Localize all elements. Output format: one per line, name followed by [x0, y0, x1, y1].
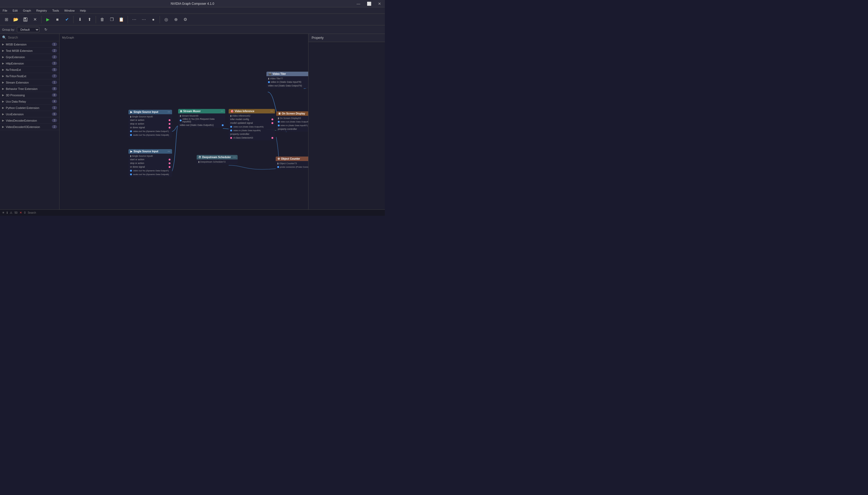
error-count: 0 [24, 211, 25, 214]
arrow-icon-5: ▶ [2, 74, 4, 78]
menu-graph[interactable]: Graph [20, 7, 34, 14]
minimize-button[interactable]: — [353, 0, 364, 7]
sidebar-label-1: Test MISB Extension [6, 49, 52, 52]
ds-menu[interactable]: ⋯ [233, 156, 236, 159]
sidebar-count-3: 3 [52, 62, 57, 65]
copy-button[interactable]: ❐ [108, 15, 116, 24]
arrow-icon-3: ▶ [2, 62, 4, 65]
osd-r2: video in (Static Data Input57) [276, 123, 308, 127]
single-source-input-node-2[interactable]: ▶ Single Source Input ⋯ ▮ Single Source … [128, 149, 172, 177]
sm-in1: video in %u (On Request Data Input50) [178, 117, 225, 123]
ssi2-menu[interactable]: ⋯ [167, 150, 170, 153]
ssi1-menu[interactable]: ⋯ [167, 110, 170, 114]
sidebar-item-13[interactable]: ▶ VideoDecoderIOExtension 2 [0, 124, 59, 130]
maximize-button[interactable]: ⬜ [364, 0, 374, 7]
sm-out1: video out (Static Data Output51) [178, 123, 225, 127]
osd-r3: property controller [276, 127, 308, 131]
sidebar-label-11: UcxExtension [6, 113, 52, 116]
sidebar-item-12[interactable]: ▶ VideoDecoderExtension 3 [0, 117, 59, 124]
ssi1-title: Single Source Input [134, 110, 158, 114]
sidebar-item-7[interactable]: ▶ Behavior Tree Extension 8 [0, 86, 59, 92]
sidebar-count-6: 1 [52, 81, 57, 84]
canvas-area[interactable]: MyGraph 🎬 Video Tiler [59, 34, 308, 209]
save-button[interactable] [21, 15, 30, 24]
sidebar-item-3[interactable]: ▶ HttpExtension 3 [0, 60, 59, 67]
menu-edit[interactable]: Edit [10, 7, 20, 14]
sidebar-item-6[interactable]: ▶ Stream Extension 1 [0, 79, 59, 86]
paste-button[interactable]: 📋 [117, 15, 126, 24]
validate-button[interactable]: ✔ [63, 15, 71, 24]
play-button[interactable]: ▶ [43, 15, 52, 24]
arrow-icon-8: ▶ [2, 93, 4, 97]
sidebar-item-5[interactable]: ▶ NvTritonTestExt 7 [0, 73, 59, 79]
vi-r6: 4 class Detector63 [229, 136, 275, 140]
sidebar-list: ▶ MISB Extension 1▶ Test MISB Extension … [0, 41, 59, 209]
sidebar-count-10: 1 [52, 106, 57, 109]
unload-button[interactable]: ⬆ [85, 15, 93, 24]
arrow-icon-1: ▶ [2, 49, 4, 52]
sidebar-item-0[interactable]: ▶ MISB Extension 1 [0, 41, 59, 48]
sidebar-count-9: 4 [52, 100, 57, 103]
sidebar-item-10[interactable]: ▶ Python Codelet Extension 1 [0, 105, 59, 111]
ssi2-id: ▮ Single Source Input0 [128, 154, 172, 158]
ssi1-r2: stop sr action [128, 122, 172, 125]
sidebar-item-1[interactable]: ▶ Test MISB Extension 2 [0, 48, 59, 54]
fit-button[interactable]: ⊕ [172, 15, 180, 24]
on-screen-display-node[interactable]: 🖥 On Screen Display ⋯ ▮ On Screen Displa… [276, 111, 308, 132]
oc-title: Object Counter [281, 157, 300, 160]
error-icon: ✕ [20, 211, 22, 215]
menu-registry[interactable]: Registry [34, 7, 49, 14]
sidebar-count-8: 8 [52, 93, 57, 97]
stream-muxer-node[interactable]: ⊞ Stream Muxer ⋯ ▮ Stream Muxer49 video … [178, 109, 225, 128]
sm-title: Stream Muxer [183, 110, 201, 113]
sm-menu[interactable]: ⋯ [221, 110, 223, 113]
stop-button[interactable]: ■ [53, 15, 61, 24]
video-inference-node[interactable]: 🎯 Video Inference ⋯ ▮ Video Inference52 … [229, 109, 275, 140]
close-doc-button[interactable]: ✕ [31, 15, 39, 24]
property-title: Property [308, 34, 385, 42]
menubar: FileEditGraphRegistryToolsWindowHelp [0, 7, 385, 14]
menu-help[interactable]: Help [77, 7, 89, 14]
video-tiler-node[interactable]: 🎬 Video Tiler ⋯ ▮ Video Tiler77 video in… [266, 72, 308, 88]
close-button[interactable]: ✕ [374, 0, 385, 7]
sidebar-label-4: NvTritonExt [6, 68, 52, 71]
deepstream-scheduler-node[interactable]: ⏱ Deepstream Scheduler ⋯ ▮ Deepstream Sc… [197, 155, 237, 164]
refresh-button[interactable]: ↻ [41, 25, 50, 34]
arrow-icon-2: ▶ [2, 55, 4, 58]
groupby-select[interactable]: Default [17, 27, 39, 32]
search-input[interactable] [8, 36, 57, 39]
sidebar-label-10: Python Codelet Extension [6, 106, 52, 109]
sidebar-item-8[interactable]: ▶ 3D Processing 8 [0, 92, 59, 98]
more2-button[interactable]: ⋯ [140, 15, 148, 24]
open-button[interactable]: 📂 [12, 15, 20, 24]
sidebar-count-13: 2 [52, 125, 57, 129]
ssi1-id: ▮ Single Source Input0 [128, 115, 172, 118]
sidebar-label-3: HttpExtension [6, 62, 52, 65]
load-button[interactable]: ⬇ [76, 15, 84, 24]
object-counter-node[interactable]: ⚙ Object Counter ⋯ ▮ Object Counter73 pr… [276, 156, 308, 170]
sidebar-item-2[interactable]: ▶ GrpcExtension 2 [0, 54, 59, 60]
vi-menu[interactable]: ⋯ [270, 110, 273, 113]
ssi2-r3: sr done signal [128, 165, 172, 169]
sidebar-item-4[interactable]: ▶ NvTritonExt 5 [0, 67, 59, 73]
center-view-button[interactable]: ◎ [162, 15, 171, 24]
sidebar-label-5: NvTritonTestExt [6, 74, 52, 78]
arrow-icon-12: ▶ [2, 119, 4, 122]
sidebar-item-11[interactable]: ▶ UcxExtension 6 [0, 111, 59, 117]
warning-count: 50 [15, 211, 17, 214]
menu-window[interactable]: Window [61, 7, 77, 14]
sidebar-count-5: 7 [52, 74, 57, 78]
sidebar-count-11: 6 [52, 113, 57, 116]
layout-button[interactable]: ⚙ [181, 15, 190, 24]
single-source-input-node-1[interactable]: ▶ Single Source Input ⋯ ▮ Single Source … [128, 110, 172, 137]
sidebar-item-9[interactable]: ▶ Ucx Data Relay 4 [0, 98, 59, 105]
more1-button[interactable]: ⋯ [130, 15, 139, 24]
ssi2-r2: stop sr action [128, 161, 172, 165]
menu-tools[interactable]: Tools [50, 7, 62, 14]
delete-button[interactable]: 🗑 [98, 15, 107, 24]
menu-file[interactable]: File [0, 7, 10, 14]
dot-button[interactable]: ● [149, 15, 158, 24]
new-button[interactable]: ⊞ [2, 15, 11, 24]
sidebar-label-8: 3D Processing [6, 93, 52, 97]
status-search-input[interactable] [28, 211, 383, 214]
